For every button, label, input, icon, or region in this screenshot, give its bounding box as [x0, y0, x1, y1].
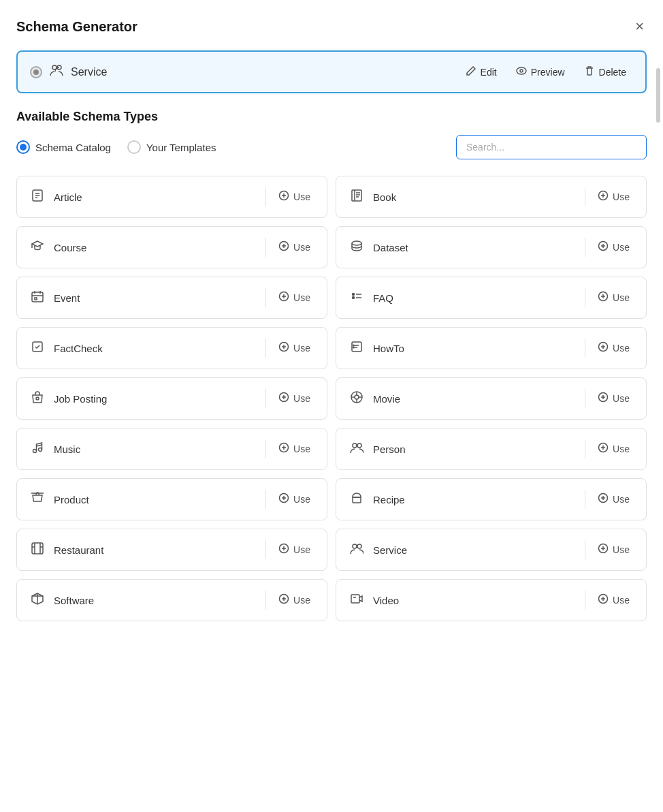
- schema-card-software: SoftwareUse: [16, 579, 327, 621]
- edit-button[interactable]: Edit: [459, 61, 504, 82]
- card-divider-job-posting: [265, 389, 266, 408]
- card-divider-movie: [585, 389, 585, 408]
- use-label-faq: Use: [613, 292, 630, 303]
- use-button-music[interactable]: Use: [274, 439, 314, 458]
- schema-card-video: VideoUse: [336, 579, 647, 621]
- svg-rect-26: [32, 292, 43, 302]
- use-button-recipe[interactable]: Use: [594, 490, 634, 509]
- schema-card-left-article: Article: [29, 189, 82, 206]
- restaurant-icon: [29, 542, 46, 559]
- schema-card-recipe: RecipeUse: [336, 478, 647, 520]
- your-templates-radio[interactable]: [127, 140, 141, 154]
- use-button-person[interactable]: Use: [594, 439, 634, 458]
- use-icon-event: [278, 291, 289, 304]
- schema-card-right-video: Use: [577, 591, 634, 610]
- use-label-book: Use: [613, 191, 630, 202]
- use-icon-music: [278, 442, 289, 456]
- use-button-dataset[interactable]: Use: [594, 238, 634, 257]
- svg-point-49: [353, 346, 355, 348]
- use-button-book[interactable]: Use: [594, 187, 634, 206]
- schema-card-left-product: Product: [29, 491, 89, 508]
- scrollbar[interactable]: [656, 68, 660, 123]
- schema-card-right-factcheck: Use: [257, 339, 314, 358]
- schema-card-left-person: Person: [349, 441, 406, 458]
- schema-card-right-job-posting: Use: [257, 389, 314, 408]
- card-divider-restaurant: [265, 540, 266, 559]
- card-divider-faq: [585, 288, 585, 307]
- software-icon: [29, 592, 46, 609]
- search-input[interactable]: [456, 135, 647, 159]
- svg-point-58: [355, 395, 359, 399]
- use-button-software[interactable]: Use: [274, 591, 314, 610]
- use-button-howto[interactable]: Use: [594, 339, 634, 358]
- schema-card-left-dataset: Dataset: [349, 239, 408, 256]
- active-schema-actions: Edit Preview Delete: [459, 61, 633, 82]
- use-button-job-posting[interactable]: Use: [274, 389, 314, 408]
- preview-label: Preview: [531, 67, 565, 78]
- card-divider-music: [265, 439, 266, 458]
- use-button-service[interactable]: Use: [594, 540, 634, 559]
- preview-button[interactable]: Preview: [509, 61, 572, 82]
- tab-schema-catalog[interactable]: Schema Catalog: [16, 140, 111, 154]
- use-icon-job-posting: [278, 392, 289, 405]
- card-divider-howto: [585, 339, 585, 358]
- recipe-label: Recipe: [373, 494, 405, 505]
- schema-card-left-factcheck: FactCheck: [29, 340, 103, 357]
- product-label: Product: [54, 494, 89, 505]
- use-button-event[interactable]: Use: [274, 288, 314, 307]
- delete-label: Delete: [599, 67, 626, 78]
- schema-card-right-howto: Use: [577, 339, 634, 358]
- article-icon: [29, 189, 46, 206]
- use-button-product[interactable]: Use: [274, 490, 314, 509]
- software-label: Software: [54, 595, 94, 606]
- svg-rect-84: [32, 543, 43, 554]
- modal-header: Schema Generator ×: [16, 16, 647, 37]
- use-button-faq[interactable]: Use: [594, 288, 634, 307]
- use-button-movie[interactable]: Use: [594, 389, 634, 408]
- schema-generator-modal: Schema Generator × Service: [0, 0, 663, 812]
- schema-card-left-music: Music: [29, 441, 80, 458]
- use-label-movie: Use: [613, 393, 630, 404]
- schema-card-left-service: Service: [349, 542, 407, 559]
- use-button-restaurant[interactable]: Use: [274, 540, 314, 559]
- svg-point-93: [357, 544, 361, 548]
- use-button-article[interactable]: Use: [274, 187, 314, 206]
- card-divider-software: [265, 591, 266, 610]
- factcheck-icon: [29, 340, 46, 357]
- use-button-course[interactable]: Use: [274, 238, 314, 257]
- use-icon-book: [598, 190, 609, 204]
- use-button-video[interactable]: Use: [594, 591, 634, 610]
- use-label-howto: Use: [613, 343, 630, 354]
- close-button[interactable]: ×: [632, 16, 647, 37]
- delete-button[interactable]: Delete: [577, 61, 633, 82]
- schema-grid: ArticleUseBookUseCourseUseDatasetUseEven…: [16, 176, 647, 621]
- radio-dot-inner: [33, 69, 39, 75]
- use-icon-dataset: [598, 240, 609, 254]
- schema-card-dataset: DatasetUse: [336, 226, 647, 268]
- job-posting-label: Job Posting: [54, 393, 107, 405]
- card-divider-dataset: [585, 238, 585, 257]
- card-divider-video: [585, 591, 585, 610]
- svg-rect-30: [35, 298, 37, 300]
- use-icon-movie: [598, 392, 609, 405]
- tab-your-templates[interactable]: Your Templates: [127, 140, 216, 154]
- svg-point-36: [353, 296, 355, 298]
- schema-catalog-label: Schema Catalog: [35, 142, 111, 153]
- schema-card-right-music: Use: [257, 439, 314, 458]
- schema-catalog-radio[interactable]: [16, 140, 30, 154]
- howto-label: HowTo: [373, 343, 404, 354]
- course-icon: [29, 239, 46, 256]
- use-icon-factcheck: [278, 341, 289, 355]
- svg-rect-80: [353, 497, 361, 503]
- schema-card-right-dataset: Use: [577, 238, 634, 257]
- card-divider-article: [265, 187, 266, 206]
- use-label-restaurant: Use: [293, 544, 310, 555]
- svg-point-2: [517, 67, 526, 74]
- use-label-job-posting: Use: [293, 393, 310, 404]
- use-icon-video: [598, 593, 609, 607]
- svg-point-73: [357, 443, 361, 448]
- use-icon-howto: [598, 341, 609, 355]
- section-title: Available Schema Types: [16, 110, 647, 124]
- use-button-factcheck[interactable]: Use: [274, 339, 314, 358]
- delete-icon: [584, 65, 595, 78]
